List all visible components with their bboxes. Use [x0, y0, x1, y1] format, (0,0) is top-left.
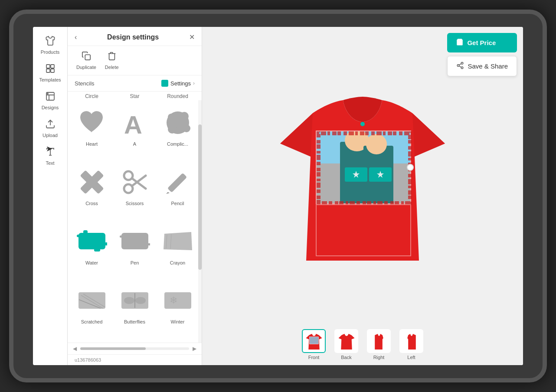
svg-marker-32 — [164, 232, 192, 250]
panel-scroll-bar: ◀ ▶ — [68, 343, 202, 354]
svg-point-15 — [168, 125, 177, 134]
svg-point-12 — [168, 114, 175, 121]
stencil-item-scissors[interactable]: Scissors — [114, 163, 155, 221]
stencil-item-a[interactable]: A A — [114, 104, 155, 161]
designs-icon — [45, 91, 56, 104]
stencil-name-complicated: Complic... — [167, 141, 188, 147]
stencil-thumb-butterflies — [118, 283, 152, 318]
stencil-name-scratched: Scratched — [81, 319, 103, 324]
svg-point-47 — [458, 65, 460, 67]
svg-rect-1 — [51, 65, 54, 68]
stencil-name-heart: Heart — [86, 141, 98, 147]
svg-point-14 — [183, 124, 190, 132]
save-share-button[interactable]: Save & Share — [447, 56, 517, 76]
svg-point-13 — [180, 112, 189, 121]
stencil-item-butterflies[interactable]: Butterflies — [114, 281, 155, 339]
sidebar-item-text[interactable]: Text — [33, 142, 67, 170]
settings-button[interactable]: Settings › — [161, 80, 195, 87]
stencil-item-scratched[interactable]: Scratched — [71, 281, 112, 339]
svg-line-49 — [459, 66, 461, 67]
svg-text:❄: ❄ — [170, 295, 177, 306]
scroll-left-button[interactable]: ◀ — [73, 346, 77, 352]
svg-rect-29 — [121, 233, 148, 249]
view-item-left[interactable]: Left — [399, 329, 423, 360]
v-scrollbar-thumb — [198, 124, 202, 270]
svg-rect-35 — [78, 292, 105, 309]
svg-point-46 — [461, 62, 464, 65]
stencil-grid: Heart A A — [68, 100, 202, 343]
stencil-thumb-heart — [75, 105, 109, 140]
sidebar-item-templates[interactable]: Templates — [33, 59, 67, 87]
svg-rect-43 — [164, 292, 191, 309]
svg-rect-53 — [309, 336, 318, 344]
stencil-item-pen[interactable]: Pen — [114, 222, 155, 280]
svg-text:A: A — [124, 111, 142, 138]
stencil-item-cross[interactable]: Cross — [71, 163, 112, 221]
stencil-item-crayon[interactable]: Crayon — [157, 222, 198, 280]
main-toolbar: Get Price Save & Share — [447, 33, 517, 76]
stencil-name-crayon: Crayon — [170, 260, 185, 265]
resize-handle[interactable] — [407, 164, 414, 171]
stencil-thumb-winter: ❄ — [160, 283, 195, 318]
stencils-label: Stencils — [75, 80, 95, 87]
view-label-front: Front — [308, 355, 320, 360]
stencil-item-complicated[interactable]: Complic... — [157, 104, 198, 161]
sidebar-products-label: Products — [41, 49, 59, 55]
stencil-item-heart[interactable]: Heart — [71, 104, 112, 161]
view-label-right: Right — [373, 355, 385, 360]
stencils-bar: Stencils Settings › — [68, 75, 202, 91]
delete-button[interactable]: Delete — [105, 51, 119, 70]
svg-rect-28 — [94, 248, 100, 252]
stencil-item-winter[interactable]: ❄ Winter — [157, 281, 198, 339]
view-item-front[interactable]: Front — [302, 329, 326, 360]
tablet-frame: Products Templates — [9, 10, 547, 382]
svg-point-41 — [135, 297, 146, 304]
bottom-design-area — [316, 204, 411, 256]
sidebar-designs-label: Designs — [42, 105, 59, 110]
stencil-thumb-scratched — [75, 283, 109, 318]
stencil-name-scissors: Scissors — [126, 201, 144, 206]
photo-overlay[interactable] — [316, 131, 411, 204]
stencil-item-water[interactable]: Water — [71, 222, 112, 280]
view-item-right[interactable]: Right — [367, 329, 391, 360]
view-item-back[interactable]: Back — [334, 329, 358, 360]
stencil-thumb-pen — [118, 224, 152, 259]
settings-dot-icon — [161, 80, 168, 87]
panel-actions: Duplicate Delete — [68, 46, 202, 75]
col-header-rounded: Rounded — [157, 93, 198, 100]
stencil-item-pencil[interactable]: Pencil — [157, 163, 198, 221]
chevron-right-icon: › — [193, 80, 195, 86]
col-header-circle: Circle — [71, 93, 112, 100]
v-scrollbar[interactable] — [198, 100, 202, 343]
duplicate-button[interactable]: Duplicate — [76, 51, 96, 70]
col-header-star: Star — [114, 93, 155, 100]
stencil-thumb-cross — [75, 165, 109, 199]
get-price-button[interactable]: Get Price — [447, 33, 517, 52]
sidebar-item-upload[interactable]: Upload — [33, 114, 67, 142]
sidebar-templates-label: Templates — [39, 77, 61, 82]
templates-icon — [45, 63, 56, 76]
share-icon — [456, 62, 464, 71]
stencil-name-butterflies: Butterflies — [124, 319, 145, 324]
tablet-screen: Products Templates — [33, 27, 523, 365]
scroll-right-button[interactable]: ▶ — [193, 346, 196, 352]
duplicate-icon — [82, 51, 91, 63]
sidebar-item-designs[interactable]: Designs — [33, 87, 67, 114]
sidebar-upload-label: Upload — [43, 133, 58, 138]
svg-rect-30 — [120, 235, 123, 238]
save-share-label: Save & Share — [468, 62, 508, 70]
products-icon — [45, 36, 56, 49]
h-scrollbar[interactable] — [80, 347, 189, 350]
panel-close-button[interactable]: ✕ — [189, 33, 195, 41]
svg-point-40 — [124, 297, 134, 304]
view-label-left: Left — [407, 355, 415, 360]
svg-rect-0 — [46, 65, 50, 68]
sidebar-item-products[interactable]: Products — [33, 31, 67, 59]
text-icon — [45, 147, 56, 160]
stencil-thumb-scissors — [118, 165, 152, 199]
panel-footer: u136786063 — [68, 354, 202, 365]
panel-title: Design settings — [77, 33, 189, 41]
cart-icon — [456, 38, 464, 47]
svg-rect-25 — [77, 235, 81, 237]
stencil-grid-container: Heart A A — [68, 100, 202, 343]
